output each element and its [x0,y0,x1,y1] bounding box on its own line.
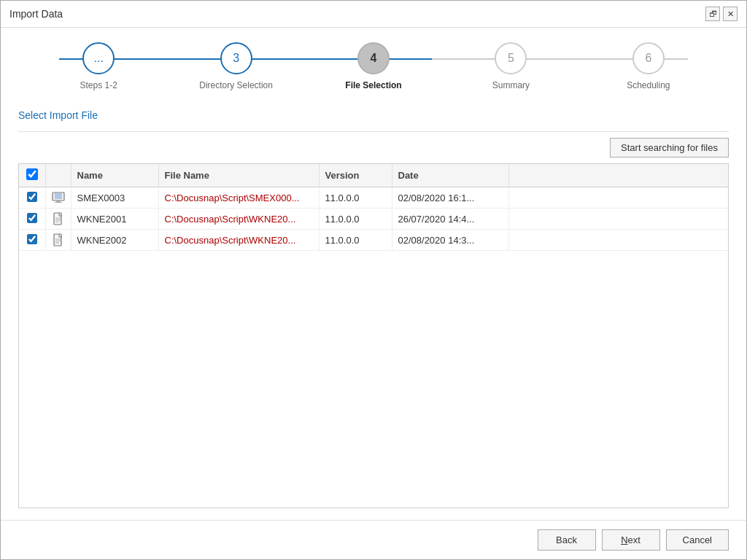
header-icon-cell [45,164,71,187]
row-extra [508,209,728,230]
next-button[interactable]: Next [602,529,660,551]
cancel-button[interactable]: Cancel [666,529,729,551]
file-icon [52,233,65,246]
table-body: SMEX0003C:\Docusnap\Script\SMEX000...11.… [19,187,728,251]
step-circle-3: 4 [357,42,390,74]
step-number-3: 4 [371,52,377,65]
step-circle-5: 6 [632,42,665,74]
svg-rect-1 [55,193,62,199]
window-title: Import Data [9,8,63,20]
row-version: 11.0.0.0 [319,230,392,251]
window-controls: 🗗 ✕ [705,7,738,21]
step-circle-2: 3 [220,42,252,74]
row-version: 11.0.0.0 [319,187,392,209]
row-version: 11.0.0.0 [319,209,392,230]
row-filename: C:\Docusnap\Script\WKNE20... [158,209,319,230]
row-filename: C:\Docusnap\Script\SMEX000... [158,187,319,209]
svg-rect-3 [55,202,62,203]
row-filename: C:\Docusnap\Script\WKNE20... [158,230,319,251]
row-extra [508,230,728,251]
step-directory-selection: 3 Directory Selection [167,42,304,90]
next-rest: ext [628,534,640,545]
search-bar: Start searching for files [18,138,729,158]
content-area: Select Import File Start searching for f… [1,98,746,520]
header-filename: File Name [158,164,319,187]
footer: Back Next Cancel [1,520,746,559]
row-name: WKNE2001 [71,209,158,230]
row-checkbox-cell [19,230,45,251]
row-date: 26/07/2020 14:4... [392,209,508,230]
header-name: Name [71,164,158,187]
title-bar: Import Data 🗗 ✕ [1,1,746,28]
section-title: Select Import File [18,109,729,121]
row-icon-cell [45,187,71,209]
step-label-4: Summary [492,80,530,90]
row-checkbox-1[interactable] [27,213,37,223]
step-file-selection: 4 File Selection [305,42,442,90]
row-icon-cell [45,209,71,230]
select-all-checkbox[interactable] [26,168,38,180]
table-row: SMEX0003C:\Docusnap\Script\SMEX000...11.… [19,187,728,209]
table-row: WKNE2001C:\Docusnap\Script\WKNE20...11.0… [19,209,728,230]
next-underline: N [621,534,627,545]
section-title-prefix: Select [18,109,50,121]
step-number-2: 3 [233,52,239,65]
step-number-1: ... [94,52,104,65]
row-checkbox-2[interactable] [27,234,37,244]
step-label-2: Directory Selection [199,80,273,90]
import-data-window: Import Data 🗗 ✕ ... Steps 1-2 3 Director… [0,0,747,560]
section-title-link: Import [50,109,79,121]
step-label-1: Steps 1-2 [80,80,117,90]
header-version: Version [319,164,392,187]
header-checkbox-cell [19,164,45,187]
svg-rect-4 [54,213,61,225]
header-extra [508,164,728,187]
table-header-row: Name File Name Version Date [19,164,728,187]
row-checkbox-0[interactable] [27,192,37,202]
header-date: Date [392,164,508,187]
step-steps-1-2: ... Steps 1-2 [30,42,167,90]
svg-rect-8 [54,234,61,246]
svg-rect-2 [56,201,61,202]
step-number-5: 6 [645,52,651,65]
row-checkbox-cell [19,209,45,230]
section-title-suffix: File [79,109,98,121]
start-searching-button[interactable]: Start searching for files [610,138,729,158]
back-button[interactable]: Back [538,529,596,551]
row-name: WKNE2002 [71,230,158,251]
row-checkbox-cell [19,187,45,209]
step-summary: 5 Summary [442,42,579,90]
step-number-4: 5 [508,52,514,65]
row-date: 02/08/2020 14:3... [392,230,508,251]
step-circle-1: ... [82,42,115,74]
row-name: SMEX0003 [71,187,158,209]
file-icon [52,212,65,225]
row-extra [508,187,728,209]
step-circle-4: 5 [495,42,527,74]
row-date: 02/08/2020 16:1... [392,187,508,209]
stepper: ... Steps 1-2 3 Directory Selection 4 Fi… [1,28,746,98]
table-row: WKNE2002C:\Docusnap\Script\WKNE20...11.0… [19,230,728,251]
section-divider [18,131,729,132]
computer-icon [52,191,65,204]
file-table-container: Name File Name Version Date SMEX0003C:\D… [18,163,729,508]
step-label-3: File Selection [345,80,401,90]
row-icon-cell [45,230,71,251]
close-button[interactable]: ✕ [723,7,738,21]
step-label-5: Scheduling [627,80,670,90]
step-scheduling: 6 Scheduling [580,42,717,90]
stepper-steps: ... Steps 1-2 3 Directory Selection 4 Fi… [30,42,717,90]
restore-button[interactable]: 🗗 [705,7,720,21]
file-table: Name File Name Version Date SMEX0003C:\D… [19,164,728,251]
